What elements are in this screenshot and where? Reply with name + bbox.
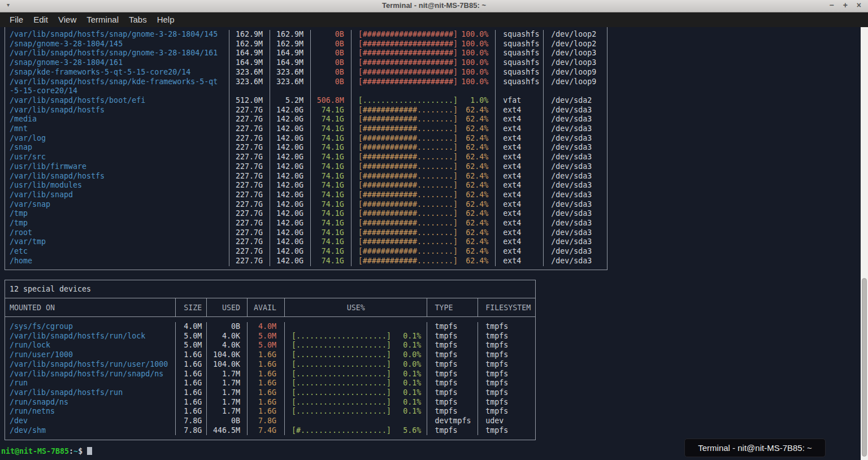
avail-cell: 0B [310, 40, 351, 49]
column-header: MOUNTED ON [5, 298, 175, 316]
mount-cell: /var/lib/snapd/hostfs/boot/efi [5, 96, 229, 106]
menu-item-view[interactable]: View [53, 12, 81, 27]
maximize-button[interactable]: + [843, 1, 848, 10]
used-cell: 142.0G [270, 172, 310, 181]
terminal-cursor [87, 447, 92, 455]
mount-cell: /var/lib/snapd/hostfs [5, 106, 229, 115]
avail-cell: 5.0M [247, 341, 284, 350]
used-cell: 446.5M [206, 426, 247, 436]
filesystem-cell: /dev/sda2 [543, 96, 607, 106]
prompt-colon: : [69, 447, 73, 455]
avail-cell: 1.6G [247, 370, 284, 379]
avail-cell: 5.0M [247, 332, 284, 341]
minimize-button[interactable]: − [829, 1, 834, 10]
used-cell: 142.0G [270, 181, 310, 190]
usage-bar-cell: [############........]62.4% [351, 228, 496, 238]
usage-bar-cell: [############........]62.4% [351, 162, 496, 172]
usage-bar-cell: [....................]0.1% [284, 370, 427, 379]
usage-bar: [....................] [292, 388, 391, 398]
type-cell: ext4 [495, 237, 543, 247]
usage-percent: 62.4% [466, 162, 488, 172]
usage-percent: 0.0% [403, 350, 421, 360]
avail-cell: 1.6G [247, 360, 284, 370]
filesystem-cell: udev [478, 416, 535, 426]
size-cell: 227.7G [229, 106, 270, 115]
used-cell: 1.7M [206, 388, 247, 398]
usage-percent: 62.4% [466, 257, 488, 266]
type-cell: ext4 [495, 200, 543, 210]
scrollbar-thumb[interactable] [862, 278, 867, 457]
mount-cell: /snap/gnome-3-28-1804/161 [5, 58, 229, 68]
usage-percent: 62.4% [466, 172, 488, 181]
window-titlebar: ▾ Terminal - nit@nit-MS-7B85: ~ − + × [0, 0, 868, 12]
filesystem-cell: tmpfs [478, 370, 535, 379]
avail-cell: 74.1G [310, 181, 351, 190]
usage-bar-cell: [....................]1.0% [351, 96, 496, 106]
table-row: /var/lib/snapd/hostfs/snap/kde-framework… [5, 77, 607, 96]
usage-bar-cell: [####################]100.0% [351, 58, 496, 68]
size-cell: 164.9M [229, 49, 270, 58]
size-cell: 1.6G [175, 350, 206, 360]
size-cell: 227.7G [229, 172, 270, 181]
type-cell: ext4 [495, 228, 543, 238]
usage-bar: [####################] [358, 68, 458, 77]
filesystem-cell: /dev/loop2 [543, 30, 607, 40]
filesystem-cell: /dev/sda3 [543, 219, 607, 228]
mount-cell: /run/netns [5, 407, 175, 416]
size-cell: 227.7G [229, 257, 270, 266]
column-header: SIZE [175, 298, 206, 316]
menu-item-terminal[interactable]: Terminal [81, 12, 124, 27]
usage-bar-cell: [############........]62.4% [351, 190, 496, 200]
table-row: /home227.7G142.0G74.1G[############.....… [5, 257, 607, 266]
table-row: /usr/lib/modules227.7G142.0G74.1G[######… [5, 181, 607, 190]
type-cell: ext4 [495, 115, 543, 124]
used-cell: 142.0G [270, 162, 310, 172]
size-cell: 1.6G [175, 388, 206, 398]
column-header: TYPE [427, 298, 478, 316]
mount-cell: /usr/lib/firmware [5, 162, 229, 172]
usage-bar-cell: [####################]100.0% [351, 30, 496, 40]
prompt-symbol: $ [78, 447, 83, 455]
table-row: /snap/gnome-3-28-1804/161164.9M164.9M0B[… [5, 58, 607, 68]
size-cell: 227.7G [229, 190, 270, 200]
table-row: /var/lib/snapd227.7G142.0G74.1G[########… [5, 190, 607, 200]
filesystem-cell: tmpfs [478, 322, 535, 332]
filesystem-cell: /dev/sda3 [543, 172, 607, 181]
mount-cell: /sys/fs/cgroup [5, 322, 175, 332]
menu-item-edit[interactable]: Edit [28, 12, 53, 27]
type-cell: vfat [495, 96, 543, 106]
avail-cell: 74.1G [310, 162, 351, 172]
avail-cell: 1.6G [247, 398, 284, 407]
usage-bar-cell: [#...................]5.6% [284, 426, 427, 436]
usage-bar-cell: [####################]100.0% [351, 68, 496, 77]
menu-item-file[interactable]: File [5, 12, 28, 27]
mount-cell: /usr/src [5, 153, 229, 162]
used-cell: 1.7M [206, 407, 247, 416]
size-cell: 5.0M [175, 332, 206, 341]
usage-bar-cell: [############........]62.4% [351, 115, 496, 124]
avail-cell: 74.1G [310, 172, 351, 181]
close-button[interactable]: × [857, 1, 861, 10]
usage-percent: 100.0% [461, 30, 488, 40]
avail-cell: 1.6G [247, 407, 284, 416]
size-cell: 227.7G [229, 134, 270, 144]
used-cell: 142.0G [270, 115, 310, 124]
mount-cell: /var/lib/snapd/hostfs/run/user/1000 [5, 360, 175, 370]
filesystem-cell: /dev/loop9 [543, 77, 607, 96]
table-row: /var/lib/snapd/hostfs/snap/gnome-3-28-18… [5, 30, 607, 40]
menu-item-help[interactable]: Help [152, 12, 180, 27]
size-cell: 1.6G [175, 407, 206, 416]
size-cell: 323.6M [229, 68, 270, 77]
avail-cell: 74.1G [310, 153, 351, 162]
usage-percent: 62.4% [466, 143, 488, 153]
used-cell: 0B [206, 416, 247, 426]
used-cell: 142.0G [270, 190, 310, 200]
type-cell: ext4 [495, 153, 543, 162]
scrollbar-track[interactable] [861, 27, 868, 460]
type-cell: ext4 [495, 124, 543, 134]
type-cell: tmpfs [427, 426, 478, 436]
type-cell: ext4 [495, 134, 543, 144]
menu-item-tabs[interactable]: Tabs [124, 12, 152, 27]
avail-cell: 74.1G [310, 247, 351, 257]
filesystem-cell: tmpfs [478, 398, 535, 407]
